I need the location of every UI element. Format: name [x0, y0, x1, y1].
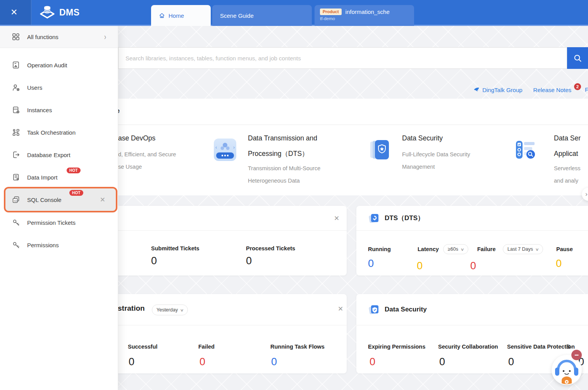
stat-label: Processed Tickets: [246, 245, 295, 251]
feature-dts[interactable]: Data Transmission and Processing（DTS） Tr…: [248, 130, 320, 187]
stat-label: Running: [368, 246, 391, 252]
feature-title: Data Security: [402, 130, 470, 146]
menu-item-instances[interactable]: Instances: [0, 99, 118, 121]
menu-item-all-functions[interactable]: All functions ›: [0, 26, 118, 48]
menu-item-label: Data Import: [27, 174, 57, 181]
tab-label: information_sche: [346, 9, 390, 15]
task-range-select[interactable]: Yesterday ∨: [152, 304, 188, 315]
feature-data-security[interactable]: Data Security Full-Lifecycle Data Securi…: [402, 130, 470, 173]
menu-item-database-export[interactable]: Database Export: [0, 144, 118, 166]
feature-security-icon-box: [369, 139, 391, 161]
card-divider: [356, 325, 588, 325]
menu-item-label: Database Export: [27, 152, 70, 158]
hot-badge: HOT: [69, 190, 83, 196]
menu-item-operation-audit[interactable]: Operation Audit: [0, 54, 118, 76]
dts-card-icon: [368, 212, 380, 224]
dingtalk-group-link[interactable]: DingTalk Group: [473, 87, 522, 93]
tab-scene-guide[interactable]: Scene Guide: [212, 5, 312, 26]
stat-value[interactable]: 0: [199, 356, 205, 368]
stat-value[interactable]: 0: [508, 356, 514, 368]
home-icon: [159, 12, 165, 19]
stat-submitted-tickets: Submitted Tickets 0: [151, 245, 199, 267]
dms-logo-icon: [39, 5, 55, 20]
feature-desc: Management: [402, 161, 470, 173]
stat-label: Failure: [477, 246, 496, 252]
svg-text:SQL: SQL: [14, 200, 17, 202]
search-button[interactable]: [567, 47, 588, 69]
tab-home[interactable]: Home: [151, 5, 211, 26]
failure-range-select[interactable]: Last 7 Days ∨: [503, 244, 543, 254]
stat-label: Failed: [198, 344, 215, 350]
data-import-icon: [12, 173, 20, 181]
key-icon: [12, 241, 20, 249]
feature-data-service[interactable]: Data Ser Applicat Serverless and analy: [554, 130, 581, 187]
stat-value[interactable]: 0: [151, 255, 199, 267]
feature-service-icon-box: [514, 139, 537, 161]
assistant-robot-button[interactable]: −: [552, 355, 582, 385]
menu-item-label: Operation Audit: [27, 62, 67, 68]
menu-item-permissions[interactable]: Permissions: [0, 234, 118, 256]
data-security-feature-icon: [369, 139, 391, 161]
stat-value[interactable]: 0: [556, 258, 562, 270]
feature-title: Applicat: [554, 146, 581, 161]
stat-value[interactable]: 0: [439, 356, 445, 368]
assistant-minimize-badge[interactable]: −: [571, 350, 582, 360]
menu-item-label: SQL Console: [27, 197, 62, 203]
dts-card-header: DTS（DTS）: [356, 206, 424, 230]
tab-label: Scene Guide: [220, 12, 254, 19]
card-title-fragment: stration: [118, 304, 145, 313]
menu-item-users[interactable]: Users: [0, 76, 118, 99]
minus-icon: −: [574, 351, 579, 359]
dingtalk-icon: [473, 87, 480, 93]
card-title: DTS（DTS）: [385, 214, 424, 222]
chevron-down-icon: ∨: [461, 247, 464, 251]
chevron-down-icon: ∨: [535, 247, 539, 251]
sql-console-icon: SQL: [12, 195, 20, 204]
tab-information-schema[interactable]: Product information_sche tf-demo: [315, 5, 414, 26]
menu-item-label: Instances: [27, 107, 52, 113]
all-functions-menu: All functions › Operation Audit Users In…: [0, 26, 118, 390]
chevron-down-icon: ∨: [180, 308, 184, 312]
stat-label: Running Task Flows: [270, 344, 325, 350]
close-icon[interactable]: ✕: [334, 214, 339, 222]
grid-icon: [12, 32, 20, 41]
release-notes-badge: 2: [574, 83, 581, 90]
feature-desc: d, Efficient, and Secure: [118, 148, 176, 161]
feature-database-devops[interactable]: ase DevOps d, Efficient, and Secure se U…: [118, 130, 176, 173]
search-icon: [573, 54, 582, 63]
menu-close-icon[interactable]: ✕: [10, 7, 17, 17]
close-icon[interactable]: ✕: [100, 196, 105, 204]
stat-value[interactable]: 0: [368, 258, 374, 270]
latency-threshold-select[interactable]: ≥60s ∨: [443, 244, 468, 254]
tab-label: Home: [168, 12, 184, 19]
close-icon[interactable]: ✕: [338, 305, 343, 313]
feature-desc: Full-Lifecycle Data Security: [402, 148, 470, 161]
dts-feature-icon: ‹ ›: [214, 139, 236, 161]
stat-value[interactable]: 0: [470, 260, 476, 272]
stat-value[interactable]: 0: [246, 255, 295, 267]
menu-item-permission-tickets[interactable]: Permission Tickets: [0, 211, 118, 234]
data-service-feature-icon: [514, 139, 537, 161]
menu-item-label: All functions: [27, 34, 58, 40]
menu-item-data-import[interactable]: Data ImportHOT: [0, 166, 118, 188]
stat-value[interactable]: 0: [417, 260, 423, 272]
tab-env-label: tf-demo: [320, 16, 414, 21]
card-title: Data Security: [385, 306, 427, 313]
release-notes-link[interactable]: Release Notes2: [533, 86, 581, 93]
stat-value[interactable]: 0: [370, 356, 375, 368]
stat-label: Pause: [556, 246, 573, 252]
clipped-link-fragment[interactable]: F: [585, 86, 588, 93]
menu-item-sql-console[interactable]: SQL SQL ConsoleHOT ✕: [0, 188, 118, 211]
feature-desc: and analy: [554, 174, 581, 187]
stat-value[interactable]: 0: [129, 356, 134, 368]
app-logo[interactable]: DMS: [39, 5, 80, 20]
database-export-icon: [12, 151, 20, 159]
search-input[interactable]: [118, 47, 567, 69]
menu-item-label: Users: [27, 84, 42, 91]
menu-item-task-orchestration[interactable]: Task Orchestration: [0, 121, 118, 144]
users-icon: [12, 83, 20, 92]
key-icon: [12, 218, 20, 227]
stat-label: Successful: [128, 344, 158, 350]
stat-value[interactable]: 0: [271, 356, 277, 368]
product-badge: Product: [320, 9, 342, 15]
